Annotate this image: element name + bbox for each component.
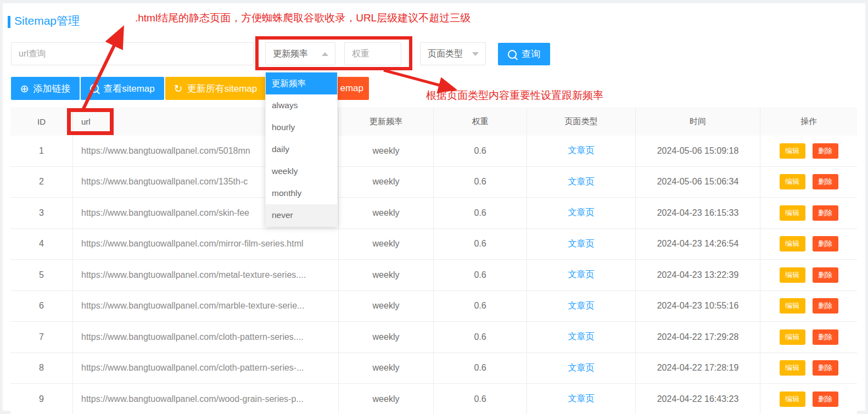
page-type-link[interactable]: 文章页 <box>527 136 636 166</box>
frequency-option[interactable]: 更新频率 <box>266 72 337 94</box>
view-sitemap-button[interactable]: 查看sitemap <box>81 77 164 100</box>
cell-frequency: weekly <box>339 384 434 414</box>
cell-actions: 编辑 删除 <box>760 136 857 166</box>
edit-button[interactable]: 编辑 <box>780 143 805 159</box>
edit-button[interactable]: 编辑 <box>780 298 805 314</box>
cell-time: 2024-04-23 16:15:33 <box>636 198 760 228</box>
add-link-button[interactable]: ⊕ 添加链接 <box>11 77 80 100</box>
table-row: 7 https://www.bangtuowallpanel.com/cloth… <box>10 322 857 353</box>
edit-button[interactable]: 编辑 <box>780 360 805 376</box>
cell-weight: 0.6 <box>434 384 527 414</box>
cell-id: 6 <box>10 291 73 322</box>
update-all-sitemap-button[interactable]: ↻ 更新所有sitemap <box>165 77 266 100</box>
frequency-option[interactable]: weekly <box>266 160 337 182</box>
frequency-dropdown: 更新频率alwayshourlydailyweeklymonthlynever <box>265 72 338 227</box>
cell-weight: 0.6 <box>434 260 527 290</box>
plus-circle-icon: ⊕ <box>20 83 29 94</box>
cell-time: 2024-04-23 10:55:16 <box>636 291 760 322</box>
view-sitemap-label: 查看sitemap <box>103 82 155 95</box>
column-header-weight: 权重 <box>434 107 527 136</box>
delete-button[interactable]: 删除 <box>813 236 838 251</box>
page-type-select-label: 页面类型 <box>428 48 463 60</box>
magnifier-icon <box>508 50 517 59</box>
frequency-option[interactable]: never <box>266 204 337 226</box>
delete-button[interactable]: 删除 <box>813 360 838 376</box>
delete-button[interactable]: 删除 <box>813 174 838 189</box>
cell-weight: 0.6 <box>434 167 527 198</box>
weight-input[interactable] <box>344 42 401 65</box>
frequency-option[interactable]: hourly <box>266 116 337 138</box>
table-row: 5 https://www.bangtuowallpanel.com/metal… <box>10 260 857 291</box>
cell-actions: 编辑 删除 <box>760 198 857 228</box>
frequency-option[interactable]: always <box>266 94 337 116</box>
frequency-select-label: 更新频率 <box>273 48 308 60</box>
cell-weight: 0.6 <box>434 291 527 322</box>
cell-url: https://www.bangtuowallpanel.com/marble-… <box>73 291 339 322</box>
cell-url: https://www.bangtuowallpanel.com/wood-gr… <box>73 384 339 414</box>
cell-frequency: weekly <box>339 167 434 198</box>
frequency-option[interactable]: monthly <box>266 182 337 204</box>
edit-button[interactable]: 编辑 <box>780 205 805 221</box>
cell-id: 5 <box>10 260 73 290</box>
cell-time: 2024-04-22 17:28:19 <box>636 353 760 384</box>
magnifier-icon <box>90 84 99 93</box>
table-row: 3 https://www.bangtuowallpanel.com/skin-… <box>10 198 857 229</box>
delete-button[interactable]: 删除 <box>813 329 838 345</box>
frequency-select[interactable]: 更新频率 <box>265 42 335 65</box>
cell-url: https://www.bangtuowallpanel.com/metal-t… <box>73 260 339 290</box>
url-search-input[interactable] <box>11 42 254 65</box>
title-accent-bar <box>8 16 10 28</box>
edit-button[interactable]: 编辑 <box>780 267 805 283</box>
delete-button[interactable]: 删除 <box>813 391 838 407</box>
column-header-frequency: 更新频率 <box>339 107 434 136</box>
cell-weight: 0.6 <box>434 322 527 353</box>
delete-button[interactable]: 删除 <box>813 205 838 221</box>
add-link-label: 添加链接 <box>33 82 70 95</box>
sitemap-table: ID url 更新频率 权重 页面类型 时间 操作 1 https://www.… <box>10 107 857 414</box>
page-type-link[interactable]: 文章页 <box>527 229 636 260</box>
page-type-link[interactable]: 文章页 <box>527 167 636 198</box>
cell-time: 2024-04-22 17:29:28 <box>636 322 760 353</box>
cell-actions: 编辑 删除 <box>760 353 857 384</box>
delete-button[interactable]: 删除 <box>813 143 838 159</box>
delete-button[interactable]: 删除 <box>813 298 838 314</box>
search-button[interactable]: 查询 <box>498 43 550 65</box>
cell-url: https://www.bangtuowallpanel.com/cloth-p… <box>73 353 339 384</box>
page-type-link[interactable]: 文章页 <box>527 353 636 384</box>
cell-weight: 0.6 <box>434 353 527 384</box>
cell-frequency: weekly <box>339 136 434 166</box>
edit-button[interactable]: 编辑 <box>780 329 805 345</box>
page-type-link[interactable]: 文章页 <box>527 384 636 414</box>
cell-frequency: weekly <box>339 291 434 322</box>
frequency-option[interactable]: daily <box>266 138 337 160</box>
delete-button[interactable]: 删除 <box>813 267 838 283</box>
table-row: 9 https://www.bangtuowallpanel.com/wood-… <box>10 384 857 414</box>
cell-id: 4 <box>10 229 73 260</box>
edit-button[interactable]: 编辑 <box>780 236 805 251</box>
search-button-label: 查询 <box>522 48 540 60</box>
column-header-id: ID <box>10 107 73 136</box>
cell-url: https://www.bangtuowallpanel.com/cloth-p… <box>73 322 339 353</box>
page-type-link[interactable]: 文章页 <box>527 198 636 228</box>
page-type-link[interactable]: 文章页 <box>527 260 636 290</box>
cell-frequency: weekly <box>339 260 434 290</box>
cell-id: 7 <box>10 322 73 353</box>
cell-actions: 编辑 删除 <box>760 260 857 290</box>
table-body: 1 https://www.bangtuowallpanel.com/5018m… <box>10 136 857 414</box>
annotation-top: .html结尾的静态页面，方便蜘蛛爬取谷歌收录，URL层级建议不超过三级 <box>135 11 471 25</box>
cell-frequency: weekly <box>339 229 434 260</box>
edit-button[interactable]: 编辑 <box>780 174 805 189</box>
cell-actions: 编辑 删除 <box>760 291 857 322</box>
cell-id: 2 <box>10 167 73 198</box>
cell-id: 1 <box>10 136 73 166</box>
chevron-up-icon <box>322 52 328 56</box>
edit-button[interactable]: 编辑 <box>780 391 805 407</box>
page-type-link[interactable]: 文章页 <box>527 322 636 353</box>
cell-id: 9 <box>10 384 73 414</box>
table-row: 4 https://www.bangtuowallpanel.com/mirro… <box>10 229 857 260</box>
page-type-link[interactable]: 文章页 <box>527 291 636 322</box>
refresh-icon: ↻ <box>174 83 183 94</box>
cell-weight: 0.6 <box>434 136 527 166</box>
cell-time: 2024-04-23 13:22:39 <box>636 260 760 290</box>
page-type-select[interactable]: 页面类型 <box>420 42 486 65</box>
